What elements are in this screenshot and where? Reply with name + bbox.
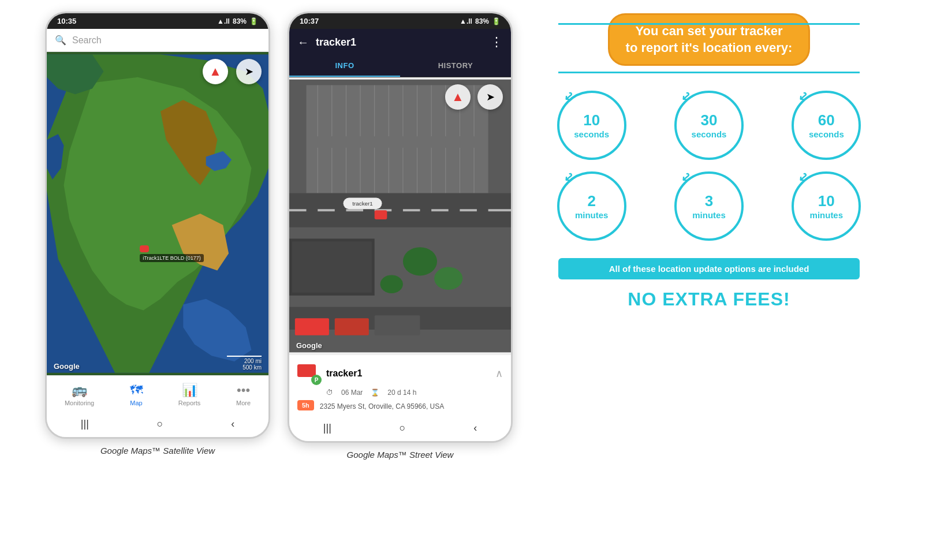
- phone2-wrapper: 10:37 ▲.ll 83% 🔋 ← tracker1 ⋮ INFO HISTO…: [288, 12, 513, 460]
- banner-text: All of these location update options are…: [609, 264, 809, 274]
- phone1: 10:35 ▲.ll 83% 🔋 🔍 Search: [45, 12, 270, 439]
- circle-arrow-10s: ↩: [561, 88, 577, 105]
- monitoring-icon: 🚌: [72, 383, 87, 398]
- panel-expand-btn[interactable]: ∧: [495, 367, 503, 380]
- svg-point-40: [380, 275, 403, 293]
- circle-10m-unit: minutes: [810, 210, 844, 220]
- circle-10m: ↩ 10 minutes: [777, 171, 876, 241]
- tracker-address: 2325 Myers St, Oroville, CA 95966, USA: [320, 402, 444, 410]
- circle-30s: ↩ 30 seconds: [659, 91, 759, 160]
- phone2-gesture-home-btn[interactable]: ○: [400, 422, 406, 434]
- circle-10m-number: 10: [818, 192, 835, 210]
- phone1-battery: 83%: [233, 17, 247, 25]
- phone2-signal-icon: ▲.ll: [460, 17, 472, 25]
- compass-north-icon: ▲: [209, 64, 222, 79]
- phone2: 10:37 ▲.ll 83% 🔋 ← tracker1 ⋮ INFO HISTO…: [288, 12, 513, 443]
- phone2-gesture-menu-btn[interactable]: |||: [323, 422, 331, 434]
- nav-monitoring-label: Monitoring: [65, 400, 94, 406]
- search-input[interactable]: Search: [72, 35, 102, 46]
- svg-rect-30: [346, 209, 363, 211]
- tracker-name-label: tracker1: [326, 368, 362, 379]
- phone1-tracker-marker[interactable]: iTrack1LTE BOLD (0177): [140, 245, 204, 262]
- circle-3m: ↩ 3 minutes: [659, 171, 759, 241]
- phone1-compass-btn[interactable]: ▲: [203, 59, 228, 84]
- circle-3m-unit: minutes: [692, 210, 726, 220]
- circle-arrow-3m: ↩: [678, 169, 694, 186]
- gesture-home-btn[interactable]: ○: [157, 418, 163, 430]
- headline-text: You can set your trackerto report it's l…: [626, 24, 793, 55]
- phone2-battery-icon: 🔋: [492, 17, 501, 25]
- phone2-navigate-btn[interactable]: ➤: [477, 84, 503, 110]
- aerial-navigate-icon: ➤: [486, 91, 495, 103]
- map-scale-line: [227, 356, 262, 357]
- circle-10s-unit: seconds: [574, 129, 609, 139]
- phone2-back-btn[interactable]: ←: [297, 36, 309, 49]
- nav-more[interactable]: ••• More: [230, 380, 256, 409]
- svg-text:tracker1: tracker1: [352, 200, 373, 207]
- phone2-compass-btn[interactable]: ▲: [445, 84, 471, 110]
- gesture-menu-btn[interactable]: |||: [81, 418, 89, 430]
- circle-10s: ↩ 10 seconds: [542, 91, 641, 160]
- svg-rect-37: [292, 241, 372, 293]
- reports-icon: 📊: [182, 383, 197, 398]
- circle-3m-display: ↩ 3 minutes: [674, 171, 744, 241]
- phone2-battery: 83%: [475, 17, 489, 25]
- tab-info[interactable]: INFO: [289, 55, 400, 77]
- phone1-battery-icon: 🔋: [249, 17, 258, 25]
- google-logo-phone2: Google: [296, 341, 322, 350]
- duration-icon: ⌛: [371, 389, 379, 397]
- phone1-gesture-bar: ||| ○ ‹: [47, 413, 268, 437]
- svg-rect-45: [375, 210, 387, 219]
- circle-10s-display: ↩ 10 seconds: [557, 91, 626, 160]
- phone1-caption: Google Maps™ Satellite View: [100, 446, 215, 456]
- circle-arrow-30s: ↩: [678, 88, 694, 105]
- circle-2m-number: 2: [587, 192, 595, 210]
- phone2-menu-btn[interactable]: ⋮: [490, 35, 503, 50]
- phone1-status-bar: 10:35 ▲.ll 83% 🔋: [47, 13, 268, 29]
- phone2-caption: Google Maps™ Street View: [347, 450, 454, 460]
- map-icon: 🗺: [130, 383, 143, 398]
- map-scale-phone1: 200 mi 500 km: [227, 356, 262, 371]
- phone2-gesture-bar: ||| ○ ‹: [289, 417, 511, 441]
- info-headline: You can set your trackerto report it's l…: [608, 13, 811, 66]
- circle-30s-unit: seconds: [692, 129, 727, 139]
- tracker-icon-wrap: P: [297, 362, 320, 385]
- nav-reports-label: Reports: [178, 400, 201, 406]
- aerial-compass-icon: ▲: [451, 89, 464, 104]
- phone1-bottom-nav: 🚌 Monitoring 🗺 Map 📊 Reports ••• More: [47, 375, 268, 413]
- time-badge: 5h: [297, 400, 314, 410]
- tab-history[interactable]: HISTORY: [400, 55, 511, 77]
- tracker-info-header: P tracker1 ∧: [297, 362, 503, 385]
- phone1-search-bar[interactable]: 🔍 Search: [47, 29, 268, 52]
- svg-rect-35: [488, 209, 511, 211]
- nav-map-label: Map: [130, 400, 142, 406]
- circle-2m-display: ↩ 2 minutes: [557, 171, 626, 241]
- circle-2m-unit: minutes: [575, 210, 609, 220]
- infographic-panel: You can set your trackerto report it's l…: [530, 12, 888, 322]
- navigate-icon: ➤: [245, 65, 253, 78]
- circle-60s-unit: seconds: [809, 129, 844, 139]
- phone1-time: 10:35: [57, 17, 76, 25]
- phone2-gesture-back-btn[interactable]: ‹: [473, 422, 477, 434]
- svg-rect-42: [295, 318, 329, 335]
- teal-line-top: [558, 23, 860, 25]
- google-logo-phone1: Google: [54, 362, 80, 371]
- tracker-meta: ⏱ 06 Mar ⌛ 20 d 14 h: [297, 389, 503, 397]
- nav-map[interactable]: 🗺 Map: [124, 380, 148, 409]
- aerial-map-svg: tracker1: [289, 77, 511, 354]
- tracker-car-icon: [140, 245, 149, 252]
- svg-rect-29: [318, 209, 335, 211]
- nav-monitoring[interactable]: 🚌 Monitoring: [59, 380, 100, 409]
- phone1-navigate-btn[interactable]: ➤: [236, 59, 262, 84]
- gesture-back-btn[interactable]: ‹: [231, 418, 234, 430]
- nav-reports[interactable]: 📊 Reports: [173, 380, 207, 409]
- phone2-tabs: INFO HISTORY: [289, 55, 511, 77]
- phone2-status-right: ▲.ll 83% 🔋: [460, 17, 501, 25]
- circle-60s-number: 60: [818, 111, 835, 129]
- circles-grid: ↩ 10 seconds ↩ 30 seconds ↩ 60 seconds: [542, 91, 876, 241]
- tracker-p-badge: P: [311, 375, 322, 385]
- circle-2m: ↩ 2 minutes: [542, 171, 641, 241]
- tracker-date: 06 Mar: [341, 389, 363, 397]
- tracker-duration: 20 d 14 h: [387, 389, 416, 397]
- circle-30s-display: ↩ 30 seconds: [674, 91, 744, 160]
